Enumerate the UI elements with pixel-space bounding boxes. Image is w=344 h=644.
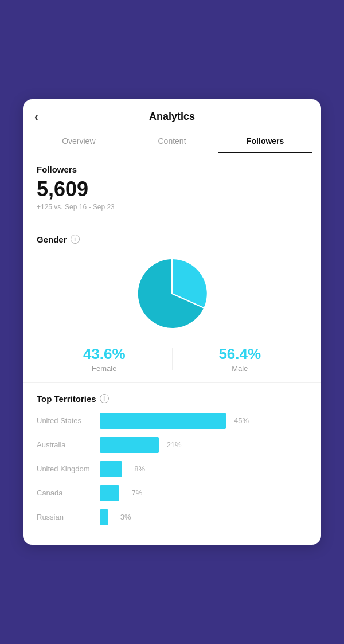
bar-wrapper: 45% [100,413,307,429]
territory-row: Australia 21% [37,437,307,453]
pie-chart-container [37,253,307,334]
gender-title: Gender i [37,235,307,244]
territory-row: Canada 7% [37,485,307,501]
territories-title: Top Territories i [37,394,307,404]
territory-name: Russian [37,513,100,521]
bar [100,437,159,453]
gender-female-stat: 43.6% Female [37,345,172,373]
territories-info-icon[interactable]: i [100,394,109,403]
bar-pct: 8% [127,465,145,473]
male-label: Male [173,364,308,373]
followers-section: Followers 5,609 +125 vs. Sep 16 - Sep 23 [23,153,321,223]
bar-wrapper: 21% [100,437,307,453]
female-percent: 43.6% [37,345,172,363]
territories-title-text: Top Territories [37,394,96,404]
gender-male-stat: 56.4% Male [173,345,308,373]
territory-name: United Kingdom [37,465,100,473]
back-button[interactable]: ‹ [34,110,38,123]
analytics-card: ‹ Analytics Overview Content Followers F… [23,99,321,545]
followers-change: +125 vs. Sep 16 - Sep 23 [37,203,307,211]
gender-section: Gender i 43.6% Female [23,223,321,383]
followers-count: 5,609 [37,178,307,201]
bar [100,413,226,429]
bar-pct: 45% [230,416,249,425]
territory-row: United States 45% [37,413,307,429]
territory-row: United Kingdom 8% [37,461,307,477]
bar [100,461,122,477]
territory-name: Canada [37,489,100,497]
bar-pct: 21% [163,440,182,449]
bar-pct: 3% [113,513,131,521]
gender-info-icon[interactable]: i [71,235,80,244]
tab-content[interactable]: Content [126,130,219,153]
territories-section: Top Territories i United States 45% Aust… [23,383,321,545]
female-label: Female [37,364,172,373]
bar-wrapper: 8% [100,461,307,477]
page-title: Analytics [149,111,195,123]
bar [100,485,119,501]
male-percent: 56.4% [173,345,308,363]
territory-name: United States [37,416,100,425]
gender-pie-chart [132,253,212,334]
territory-row: Russian 3% [37,509,307,525]
bar [100,509,108,525]
header: ‹ Analytics [23,99,321,130]
bar-wrapper: 7% [100,485,307,501]
gender-stats: 43.6% Female 56.4% Male [37,345,307,373]
followers-label: Followers [37,165,307,174]
territories-list: United States 45% Australia 21% United K… [37,413,307,525]
tab-followers[interactable]: Followers [218,130,312,153]
tabs-bar: Overview Content Followers [23,130,321,153]
bar-pct: 7% [124,489,142,497]
gender-title-text: Gender [37,235,67,244]
bar-wrapper: 3% [100,509,307,525]
tab-overview[interactable]: Overview [32,130,126,153]
territory-name: Australia [37,440,100,449]
